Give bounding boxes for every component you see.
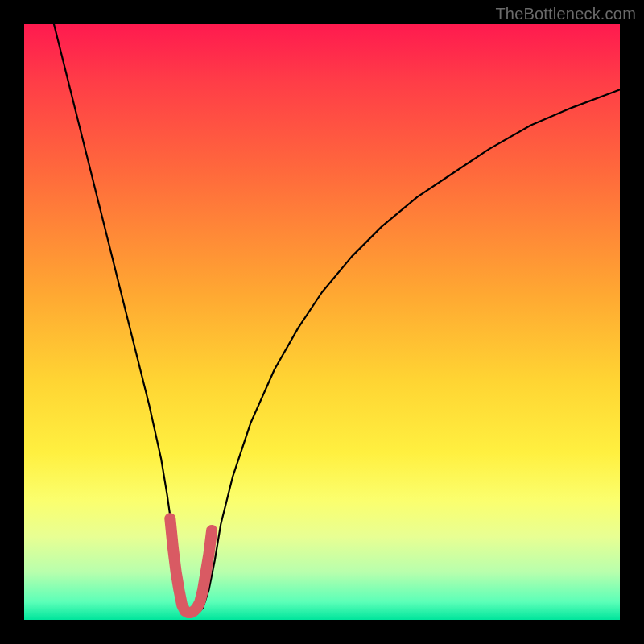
sweet-spot-marker bbox=[170, 518, 212, 613]
chart-frame: TheBottleneck.com bbox=[0, 0, 644, 644]
bottleneck-curve bbox=[54, 24, 620, 614]
plot-area bbox=[24, 24, 620, 620]
curve-layer bbox=[24, 24, 620, 620]
watermark: TheBottleneck.com bbox=[495, 5, 636, 23]
